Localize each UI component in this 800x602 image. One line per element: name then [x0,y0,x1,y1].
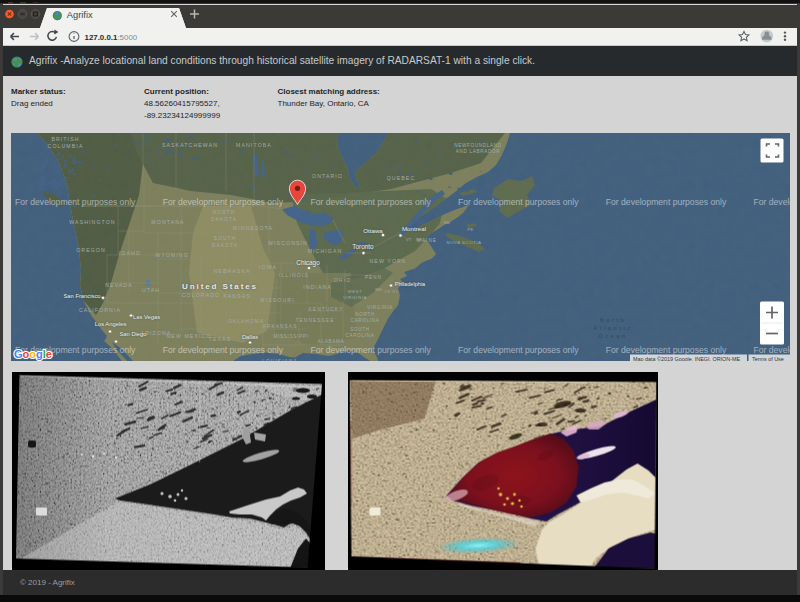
svg-text:Terms of Use: Terms of Use [752,355,784,361]
svg-text:DAKOTA: DAKOTA [211,216,237,221]
svg-text:Montreal: Montreal [402,224,426,231]
svg-text:WISCONSIN: WISCONSIN [268,240,308,246]
svg-text:ARKANSAS: ARKANSAS [263,323,298,328]
svg-text:CALIFORNIA: CALIFORNIA [79,307,121,313]
svg-text:Atlantic: Atlantic [593,324,632,330]
svg-text:CAROLINA: CAROLINA [350,318,379,323]
svg-text:NEW MEXICO: NEW MEXICO [166,332,211,338]
svg-text:For development purposes only: For development purposes only [163,196,284,206]
svg-text:TEXAS: TEXAS [209,336,232,342]
svg-text:Chicago: Chicago [296,258,320,266]
svg-text:BRITISH: BRITISH [51,136,79,142]
svg-text:For development purposes only: For development purposes only [310,196,431,206]
svg-text:For development purposes only: For development purposes only [310,344,431,354]
svg-text:NOVA SCOTIA: NOVA SCOTIA [447,240,482,245]
svg-text:WASHINGTON: WASHINGTON [69,219,115,225]
svg-text:NB: NB [444,220,450,225]
svg-text:NORTH: NORTH [213,210,235,215]
svg-text:MICHIGAN: MICHIGAN [308,248,343,254]
svg-text:IDAHO: IDAHO [119,250,141,256]
svg-text:QUEBEC: QUEBEC [387,175,416,181]
svg-text:For development purposes only: For development purposes only [754,196,791,206]
svg-text:TENNESSEE: TENNESSEE [296,317,335,322]
svg-text:For development purposes only: For development purposes only [606,196,727,206]
svg-text:San Diego: San Diego [119,330,146,336]
svg-text:Philadelphia: Philadelphia [395,281,426,287]
svg-text:COLORADO: COLORADO [182,291,221,297]
svg-text:DE NJ: DE NJ [384,289,398,294]
svg-text:PENN: PENN [365,275,382,280]
svg-text:Ottawa: Ottawa [363,227,383,234]
svg-text:SASKATCHEWAN: SASKATCHEWAN [162,142,218,148]
svg-text:OKLAHOMA: OKLAHOMA [228,318,264,323]
svg-text:ALABAMA: ALABAMA [318,338,345,343]
svg-text:INDIANA: INDIANA [303,284,332,290]
svg-text:For development purposes only: For development purposes only [163,344,284,354]
svg-text:IOWA: IOWA [259,264,277,270]
svg-text:NEBRASKA: NEBRASKA [213,267,250,273]
svg-text:Toronto: Toronto [352,242,374,249]
svg-text:MISSISSIPPI: MISSISSIPPI [273,333,308,338]
svg-text:Agrifix: Agrifix [67,10,93,20]
svg-text:DAKOTA: DAKOTA [212,242,238,247]
svg-text:MISSOURI: MISSOURI [260,297,294,303]
svg-text:North: North [600,316,627,322]
svg-text:LOUISIANA: LOUISIANA [262,358,298,361]
svg-text:OHIO: OHIO [334,276,352,282]
svg-text:ILLINOIS: ILLINOIS [279,271,309,277]
svg-text:MD: MD [375,286,382,291]
svg-text:NH: NH [416,237,423,242]
svg-text:ONTARIO: ONTARIO [312,173,343,179]
svg-text:CAROLINA: CAROLINA [345,332,374,337]
svg-text:NEWFOUNDLAND: NEWFOUNDLAND [454,143,502,148]
svg-text:Google: Google [14,348,52,360]
svg-text:NEVADA: NEVADA [105,281,133,287]
svg-text:PE: PE [467,227,473,232]
svg-text:MINNESOTA: MINNESOTA [233,225,273,231]
svg-text:VT: VT [406,237,412,242]
svg-text:Map data ©2019 Google, INEGI,: Map data ©2019 Google, INEGI, ORION-ME [633,355,740,361]
svg-text:WEST: WEST [347,289,362,294]
svg-text:MANITOBA: MANITOBA [236,142,272,148]
svg-text:VIRGINIA: VIRGINIA [343,295,367,300]
svg-text:OREGON: OREGON [76,247,106,253]
svg-text:COLUMBIA: COLUMBIA [48,142,84,148]
svg-text:Las Vegas: Las Vegas [133,314,160,320]
svg-text:San Francisco: San Francisco [63,293,100,299]
svg-text:UTAH: UTAH [142,287,160,293]
svg-text:For development purposes only: For development purposes only [606,344,727,354]
svg-text:For development purposes only: For development purposes only [754,344,791,354]
svg-text:United States: United States [182,282,258,291]
svg-text:SOUTH: SOUTH [350,326,370,331]
svg-text:NORTH: NORTH [355,312,375,317]
svg-text:127.0.0.1:5000: 127.0.0.1:5000 [85,33,138,42]
svg-text:For development purposes only: For development purposes only [458,196,579,206]
svg-text:WYOMING: WYOMING [155,252,189,258]
svg-text:NEW YORK: NEW YORK [370,258,407,264]
svg-text:KENTUCKY: KENTUCKY [309,306,344,311]
svg-text:For development purposes only: For development purposes only [15,196,136,206]
svg-text:AND LABRADOR: AND LABRADOR [456,149,501,154]
svg-text:MONTANA: MONTANA [151,219,184,225]
svg-text:KANSAS: KANSAS [223,293,251,299]
svg-text:VIRGINIA: VIRGINIA [367,305,393,310]
svg-text:Los Angeles: Los Angeles [95,321,127,327]
svg-text:Dallas: Dallas [242,333,258,339]
svg-text:SOUTH: SOUTH [214,236,236,241]
svg-text:For development purposes only: For development purposes only [458,344,579,354]
svg-text:Ocean: Ocean [599,332,628,338]
